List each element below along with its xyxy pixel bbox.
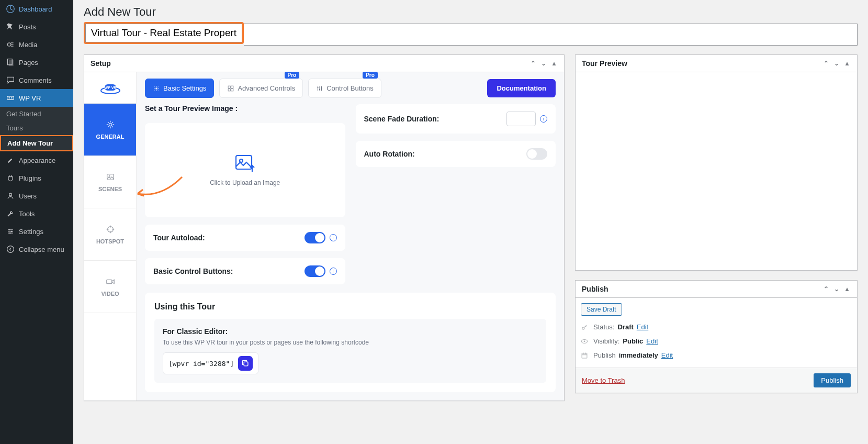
sidenav-scenes[interactable]: SCENES: [84, 156, 136, 208]
edit-status-link[interactable]: Edit: [637, 323, 648, 331]
pin-icon: [5, 21, 16, 32]
submenu-tours[interactable]: Tours: [0, 121, 73, 135]
panel-up-icon[interactable]: ⌃: [822, 285, 830, 293]
sidebar-label: Posts: [19, 23, 36, 31]
gear-icon: [153, 85, 160, 92]
panel-toggle-icon[interactable]: ▴: [843, 60, 851, 67]
upload-image-area[interactable]: Click to Upload an Image: [145, 123, 345, 217]
sidebar-label: Media: [19, 41, 37, 49]
wpvr-logo: WP VR: [84, 72, 136, 104]
schedule-label: Publish: [593, 351, 616, 359]
dashboard-icon: [5, 4, 16, 14]
key-icon: [581, 324, 590, 331]
panel-up-icon[interactable]: ⌃: [529, 60, 537, 67]
svg-point-8: [8, 229, 9, 230]
svg-point-10: [9, 232, 10, 234]
svg-point-5: [8, 97, 9, 98]
sidebar-label: Comments: [19, 76, 52, 84]
svg-point-15: [109, 123, 111, 126]
svg-point-11: [7, 246, 14, 253]
panel-down-icon[interactable]: ⌄: [833, 60, 840, 67]
preview-image-label: Set a Tour Preview Image :: [145, 104, 345, 113]
auto-rotation-label: Auto Rotation:: [364, 150, 415, 158]
info-icon[interactable]: i: [330, 234, 337, 241]
vr-icon: [5, 93, 16, 103]
page-title: Add New Tour: [84, 5, 156, 19]
sidebar-label: Settings: [19, 228, 43, 236]
sidebar-item-appearance[interactable]: Appearance: [0, 151, 73, 169]
panel-title: Setup: [91, 59, 111, 68]
sidebar-label: Appearance: [19, 157, 55, 164]
tab-advanced-controls[interactable]: Pro Advanced Controls: [219, 79, 303, 98]
svg-rect-24: [231, 88, 233, 91]
edit-visibility-link[interactable]: Edit: [646, 337, 658, 345]
submenu-get-started[interactable]: Get Started: [0, 107, 73, 121]
pro-badge: Pro: [363, 72, 378, 79]
sidebar-label: Tools: [19, 210, 35, 218]
move-to-trash-link[interactable]: Move to Trash: [582, 376, 625, 384]
panel-toggle-icon[interactable]: ▴: [843, 285, 851, 293]
tour-preview-panel: Tour Preview ⌃ ⌄ ▴: [575, 54, 858, 271]
sidebar-label: Dashboard: [19, 5, 52, 13]
sidebar-item-posts[interactable]: Posts: [0, 18, 73, 36]
title-input-extension[interactable]: [244, 24, 858, 46]
edit-schedule-link[interactable]: Edit: [661, 351, 673, 359]
svg-rect-4: [7, 96, 14, 99]
save-draft-button[interactable]: Save Draft: [581, 303, 622, 316]
info-icon[interactable]: i: [330, 268, 337, 275]
sidenav-general[interactable]: GENERAL: [84, 104, 136, 156]
sidebar-item-pages[interactable]: Pages: [0, 53, 73, 71]
sidebar-item-dashboard[interactable]: Dashboard: [0, 0, 73, 18]
brush-icon: [5, 155, 16, 165]
panel-up-icon[interactable]: ⌃: [822, 60, 830, 67]
basic-controls-toggle[interactable]: [305, 265, 325, 277]
setup-sidenav: WP VR GENERAL SCENES: [84, 72, 137, 401]
pro-badge: Pro: [285, 72, 300, 79]
panel-toggle-icon[interactable]: ▴: [550, 60, 558, 67]
tour-title-input[interactable]: [85, 24, 242, 42]
info-icon[interactable]: i: [540, 115, 547, 123]
using-tour-heading: Using this Tour: [154, 302, 546, 312]
settings-icon: [5, 226, 16, 237]
calendar-icon: [581, 352, 590, 359]
sidebar-item-media[interactable]: Media: [0, 36, 73, 53]
sidenav-hotspot[interactable]: HOTSPOT: [84, 208, 136, 261]
panel-down-icon[interactable]: ⌄: [833, 285, 840, 293]
sidebar-item-users[interactable]: Users: [0, 187, 73, 205]
tab-control-buttons[interactable]: Pro Control Buttons: [308, 79, 381, 98]
sidebar-item-wpvr[interactable]: WP VR: [0, 89, 73, 107]
panel-title: Publish: [582, 285, 608, 293]
target-icon: [106, 225, 115, 234]
basic-controls-label: Basic Control Buttons:: [153, 267, 233, 275]
svg-rect-28: [236, 156, 252, 169]
main-content: Add New Tour Screen Options Setup ⌃ ⌄ ▴: [73, 0, 868, 401]
documentation-button[interactable]: Documentation: [487, 79, 556, 97]
sidebar-item-collapse[interactable]: Collapse menu: [0, 240, 73, 258]
sidebar-item-tools[interactable]: Tools: [0, 205, 73, 223]
copy-shortcode-button[interactable]: [238, 356, 253, 371]
sidebar-label: Plugins: [19, 174, 41, 182]
fade-duration-input[interactable]: [506, 112, 536, 126]
sidenav-video[interactable]: VIDEO: [84, 261, 136, 313]
sidebar-submenu: Get Started Tours Add New Tour: [0, 107, 73, 151]
tab-basic-settings[interactable]: Basic Settings: [145, 79, 214, 98]
sidebar-item-settings[interactable]: Settings: [0, 223, 73, 240]
auto-rotation-toggle[interactable]: [526, 148, 547, 160]
user-icon: [5, 191, 16, 201]
panel-title: Tour Preview: [582, 59, 627, 68]
tab-label: Advanced Controls: [238, 84, 295, 92]
sidebar-label: Users: [19, 192, 37, 200]
publish-button[interactable]: Publish: [814, 373, 851, 387]
svg-rect-21: [228, 86, 230, 88]
submenu-add-new-tour[interactable]: Add New Tour: [0, 135, 73, 151]
tab-label: Control Buttons: [326, 84, 374, 92]
sidebar-item-comments[interactable]: Comments: [0, 71, 73, 89]
shortcode-hint: To use this WP VR tour in your posts or …: [163, 339, 538, 346]
panel-down-icon[interactable]: ⌄: [540, 60, 547, 67]
svg-point-9: [11, 231, 12, 232]
status-label: Status:: [593, 323, 614, 331]
sidebar-item-plugins[interactable]: Plugins: [0, 169, 73, 187]
tab-label: Basic Settings: [163, 84, 206, 92]
image-icon: [106, 172, 115, 182]
autoload-toggle[interactable]: [305, 232, 325, 243]
